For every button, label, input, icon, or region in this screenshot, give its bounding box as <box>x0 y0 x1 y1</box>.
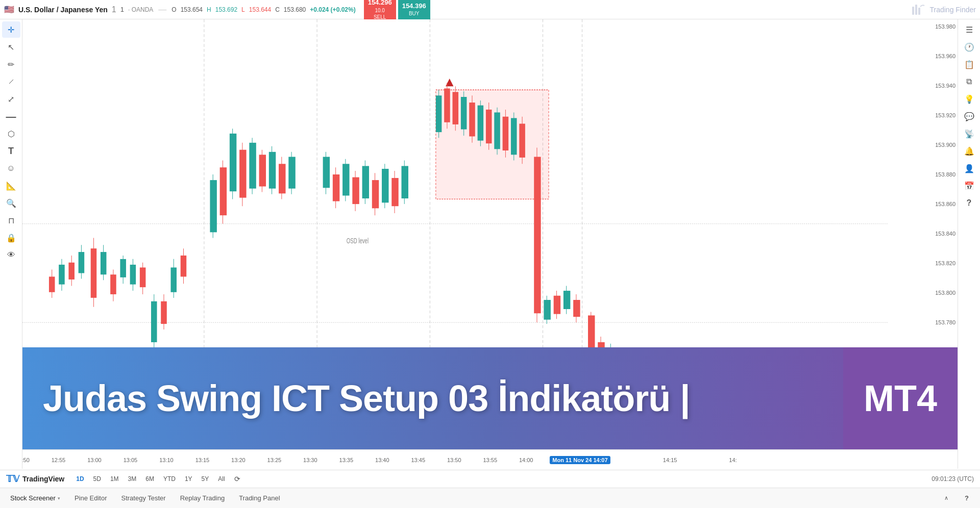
lock-tool[interactable]: 🔒 <box>2 230 20 246</box>
stock-screener-label: Stock Screener <box>10 494 56 502</box>
tradingview-logo: 𝕋𝕍 TradingView <box>6 473 64 485</box>
svg-rect-70 <box>382 169 388 202</box>
utc-time: 09:01:23 (UTC) <box>932 475 974 482</box>
period-3m[interactable]: 3M <box>125 474 140 484</box>
svg-rect-80 <box>444 88 450 122</box>
ray-line-tool[interactable]: ⤢ <box>2 91 20 107</box>
period-ytd[interactable]: YTD <box>160 474 179 484</box>
svg-rect-102 <box>544 300 550 320</box>
pointer-tool[interactable]: ↖ <box>2 39 20 55</box>
text-tool[interactable]: T <box>2 143 20 159</box>
svg-rect-66 <box>362 166 369 198</box>
sell-price: 154.296 <box>368 0 392 7</box>
svg-rect-100 <box>534 157 541 313</box>
help-bottom-icon[interactable]: ? <box>958 490 976 506</box>
trading-finder-text: Trading Finder <box>929 6 976 14</box>
replay-trading-tab[interactable]: Replay Trading <box>174 492 231 504</box>
zoom-tool[interactable]: 🔍 <box>2 195 20 211</box>
time-13-45: 13:45 <box>411 457 426 463</box>
period-1y[interactable]: 1Y <box>181 474 196 484</box>
svg-rect-58 <box>323 157 330 188</box>
expand-panel-button[interactable]: ∧ <box>937 490 955 506</box>
tv-logo-icon: 𝕋𝕍 <box>6 473 19 485</box>
svg-rect-74 <box>402 166 408 198</box>
price-close-value: 153.680 <box>284 6 306 13</box>
svg-rect-104 <box>554 296 560 314</box>
svg-rect-68 <box>372 180 379 208</box>
bell-icon[interactable]: 🔔 <box>960 143 978 159</box>
interval-value: 1 <box>120 6 124 13</box>
time-13-35: 13:35 <box>339 457 354 463</box>
crosshair-tool[interactable]: ✛ <box>2 21 20 38</box>
calendar2-icon[interactable]: 📅 <box>960 177 978 194</box>
price-change: +0.024 (+0.02%) <box>310 6 355 13</box>
period-5d[interactable]: 5D <box>90 474 105 484</box>
svg-rect-22 <box>101 252 107 274</box>
tv-logo-text: TradingView <box>22 475 64 483</box>
price-high-label: H <box>207 6 211 13</box>
period-1m[interactable]: 1M <box>107 474 122 484</box>
trend-line-tool[interactable]: ⟋ <box>2 73 20 90</box>
watchlist-icon[interactable]: ☰ <box>960 21 978 38</box>
stock-screener-dropdown-icon[interactable]: ▾ <box>58 496 60 501</box>
calendar-right-icon[interactable]: 📋 <box>960 56 978 72</box>
period-5y[interactable]: 5Y <box>198 474 213 484</box>
period-1d[interactable]: 1D <box>72 474 87 484</box>
price-level-9: 153.820 <box>924 260 955 266</box>
signal-icon[interactable]: 📡 <box>960 125 978 142</box>
measure-tool[interactable]: 📐 <box>2 177 20 194</box>
svg-rect-54 <box>279 164 285 193</box>
svg-rect-88 <box>478 106 484 141</box>
svg-rect-28 <box>130 265 136 285</box>
buy-label: BUY <box>402 10 426 17</box>
price-close-label: C <box>275 6 280 13</box>
layers-icon[interactable]: ⧉ <box>960 73 978 90</box>
chat-icon[interactable]: 💬 <box>960 108 978 124</box>
svg-rect-84 <box>461 97 467 130</box>
svg-rect-48 <box>249 143 256 189</box>
time-13-00: 13:00 <box>87 457 102 463</box>
pine-editor-label: Pine Editor <box>75 494 107 502</box>
svg-rect-50 <box>259 155 266 186</box>
replay-button[interactable]: ⟳ <box>231 474 244 484</box>
eye-tool[interactable]: 👁 <box>2 247 20 263</box>
left-toolbar: ✛ ↖ ✏ ⟋ ⤢ — ⬡ T ☺ 📐 🔍 ⊓ 🔒 👁 <box>0 19 22 469</box>
svg-rect-14 <box>59 265 65 285</box>
strategy-tester-label: Strategy Tester <box>121 494 165 502</box>
trading-panel-tab[interactable]: Trading Panel <box>233 492 286 504</box>
time-13-05: 13:05 <box>124 457 138 463</box>
lightbulb-icon[interactable]: 💡 <box>960 91 978 107</box>
price-level-7: 153.860 <box>924 201 955 207</box>
clock-icon[interactable]: 🕐 <box>960 39 978 55</box>
svg-rect-36 <box>170 267 177 292</box>
shape-tool[interactable]: ☺ <box>2 160 20 176</box>
period-all[interactable]: All <box>214 474 228 484</box>
broker-name: · OANDA <box>128 6 153 13</box>
period-6m[interactable]: 6M <box>142 474 158 484</box>
pine-editor-tab[interactable]: Pine Editor <box>68 492 113 504</box>
sep1: — <box>158 5 166 14</box>
price-level-10: 153.800 <box>924 290 955 296</box>
price-level-6: 153.880 <box>924 171 955 177</box>
banner-mt4-text: MT4 <box>864 377 937 419</box>
time-axis: 12:50 12:55 13:00 13:05 13:10 13:15 13:2… <box>22 449 958 470</box>
price-low-label: L <box>241 6 245 13</box>
magnet-tool[interactable]: ⊓ <box>2 212 20 228</box>
replay-trading-label: Replay Trading <box>180 494 225 502</box>
svg-rect-42 <box>220 167 227 215</box>
buy-button[interactable]: 154.396 BUY <box>398 0 430 21</box>
price-level-5: 153.900 <box>924 142 955 148</box>
svg-rect-56 <box>288 157 295 188</box>
strategy-tester-tab[interactable]: Strategy Tester <box>115 492 172 504</box>
person-icon[interactable]: 👤 <box>960 160 978 176</box>
svg-rect-78 <box>436 95 442 132</box>
time-labels: 12:50 12:55 13:00 13:05 13:10 13:15 13:2… <box>22 450 922 470</box>
svg-text:OSD level: OSD level <box>347 237 369 245</box>
brush-tool[interactable]: ⬡ <box>2 125 20 142</box>
sell-button[interactable]: 154.296 10.0 SELL <box>364 0 396 21</box>
help-icon[interactable]: ? <box>960 195 978 211</box>
h-line-tool[interactable]: — <box>2 108 20 124</box>
draw-tool[interactable]: ✏ <box>2 56 20 72</box>
price-low-value: 153.644 <box>249 6 271 13</box>
stock-screener-tab[interactable]: Stock Screener ▾ <box>4 492 66 504</box>
